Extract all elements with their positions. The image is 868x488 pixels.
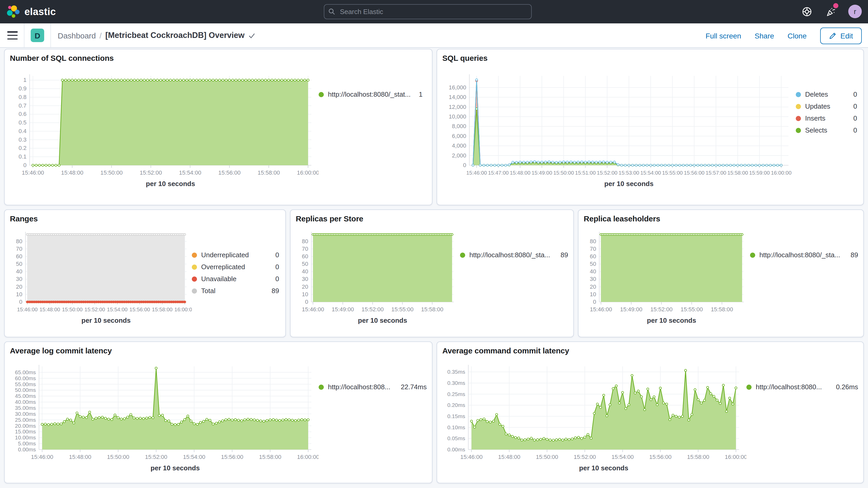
svg-text:15:58:00: 15:58:00 <box>687 454 710 460</box>
replica-leaseholders-chart: 0102030405060708015:46:0015:49:0015:52:0… <box>584 224 750 331</box>
legend-item[interactable]: Total89 <box>192 287 279 295</box>
avatar[interactable]: r <box>848 5 862 18</box>
legend-label: Updates <box>805 102 848 110</box>
toolbar-actions: Full screen Share Clone Edit <box>706 23 862 48</box>
help-button[interactable] <box>800 5 813 18</box>
legend-label: Deletes <box>805 90 848 98</box>
svg-text:per 10 seconds: per 10 seconds <box>151 464 199 472</box>
svg-text:15:52:00: 15:52:00 <box>145 454 167 460</box>
svg-text:60.00ms: 60.00ms <box>15 375 36 381</box>
chart-legend: http://localhost:8080/_stat...1 <box>319 63 423 199</box>
svg-text:15:58:00: 15:58:00 <box>152 307 173 312</box>
legend-dot-icon <box>319 92 324 97</box>
svg-text:15:54:00: 15:54:00 <box>179 170 202 176</box>
svg-text:80: 80 <box>590 238 596 245</box>
svg-text:0.6: 0.6 <box>19 111 27 117</box>
news-feed-button[interactable] <box>824 5 837 18</box>
legend-item[interactable]: http://localhost:8080/_sta...89 <box>750 251 858 259</box>
svg-text:15:54:00: 15:54:00 <box>183 454 205 460</box>
search-input[interactable] <box>339 7 527 16</box>
svg-text:15:46:00: 15:46:00 <box>31 454 53 460</box>
svg-text:15:49:00: 15:49:00 <box>620 306 643 313</box>
legend-value: 0 <box>854 102 857 110</box>
svg-text:30: 30 <box>590 276 596 282</box>
svg-text:0.7: 0.7 <box>19 102 27 109</box>
life-buoy-icon <box>801 6 812 17</box>
svg-text:15:55:00: 15:55:00 <box>392 306 414 313</box>
pencil-icon <box>829 32 836 39</box>
breadcrumb-dashboard-link[interactable]: Dashboard <box>58 31 96 40</box>
svg-text:0.4: 0.4 <box>19 128 27 134</box>
elastic-logo[interactable]: elastic <box>7 5 56 18</box>
svg-text:15:56:00: 15:56:00 <box>649 454 672 460</box>
panel-title: Number of SQL connections <box>10 54 427 62</box>
svg-text:80: 80 <box>302 238 308 245</box>
legend-item[interactable]: http://localhost:8080/_stat...1 <box>319 90 423 98</box>
svg-text:15:53:00: 15:53:00 <box>619 170 639 176</box>
svg-text:20: 20 <box>590 283 596 290</box>
svg-text:15:59:00: 15:59:00 <box>749 170 770 176</box>
share-button[interactable]: Share <box>755 31 774 40</box>
svg-text:40: 40 <box>302 268 308 275</box>
panel-command-commit-latency: Average command commit latency 0.00ms0.0… <box>437 341 864 483</box>
svg-text:0.9: 0.9 <box>19 85 27 92</box>
legend-item[interactable]: Selects0 <box>796 126 857 134</box>
svg-text:0.00ms: 0.00ms <box>447 447 465 452</box>
svg-text:15:55:00: 15:55:00 <box>662 170 683 176</box>
legend-item[interactable]: Inserts0 <box>796 114 857 122</box>
legend-dot-icon <box>796 116 801 121</box>
legend-label: Unavailable <box>201 275 270 283</box>
chart-legend: http://localhost:8080...0.26ms <box>746 356 858 481</box>
top-header-bar: elastic <box>0 0 868 23</box>
full-screen-button[interactable]: Full screen <box>706 31 741 40</box>
menu-button[interactable] <box>7 31 18 39</box>
legend-item[interactable]: http://localhost:808...22.74ms <box>319 383 427 391</box>
svg-text:15:51:00: 15:51:00 <box>575 170 596 176</box>
legend-value: 0 <box>276 263 279 271</box>
svg-text:15:52:00: 15:52:00 <box>597 170 618 176</box>
legend-item[interactable]: Updates0 <box>796 102 857 110</box>
svg-text:2,000: 2,000 <box>452 152 466 159</box>
legend-label: Selects <box>805 126 848 134</box>
breadcrumb-separator: / <box>99 31 102 40</box>
svg-text:70: 70 <box>302 246 308 252</box>
legend-value: 0 <box>854 126 857 134</box>
log-commit-latency-chart: 0.00ms5.00ms10.00ms15.00ms20.00ms25.00ms… <box>10 356 319 481</box>
title-check-icon[interactable] <box>249 32 255 39</box>
panel-title: Average command commit latency <box>442 346 858 355</box>
panel-sql-queries: SQL queries 02,0004,0006,0008,00010,0001… <box>437 49 864 205</box>
svg-text:30: 30 <box>16 276 22 282</box>
svg-text:65.00ms: 65.00ms <box>15 369 36 375</box>
app-badge-letter: D <box>35 31 40 40</box>
legend-value: 89 <box>272 287 279 295</box>
legend-dot-icon <box>796 104 801 109</box>
legend-label: http://localhost:808... <box>328 383 396 391</box>
clone-button[interactable]: Clone <box>788 31 807 40</box>
svg-text:45.00ms: 45.00ms <box>15 393 36 399</box>
svg-text:16,000: 16,000 <box>449 84 466 91</box>
legend-item[interactable]: Overreplicated0 <box>192 263 279 271</box>
svg-text:15:54:00: 15:54:00 <box>640 170 661 176</box>
svg-text:8,000: 8,000 <box>452 123 466 129</box>
svg-text:60: 60 <box>590 253 596 260</box>
legend-dot-icon <box>796 92 801 97</box>
legend-label: Total <box>201 287 267 295</box>
global-search[interactable] <box>324 4 532 19</box>
svg-text:1: 1 <box>23 77 27 83</box>
svg-text:0.30ms: 0.30ms <box>447 380 465 386</box>
legend-item[interactable]: Deletes0 <box>796 90 857 98</box>
legend-item[interactable]: Unavailable0 <box>192 275 279 283</box>
svg-text:15:56:00: 15:56:00 <box>684 170 704 176</box>
svg-text:60: 60 <box>16 253 22 260</box>
svg-text:20: 20 <box>302 283 308 290</box>
svg-text:70: 70 <box>16 246 22 252</box>
legend-item[interactable]: Underreplicated0 <box>192 251 279 259</box>
svg-text:0.2: 0.2 <box>19 145 27 151</box>
svg-text:15:46:00: 15:46:00 <box>17 307 38 312</box>
legend-item[interactable]: http://localhost:8080...0.26ms <box>746 383 858 391</box>
legend-item[interactable]: http://localhost:8080/_sta...89 <box>460 251 568 259</box>
svg-text:30: 30 <box>302 276 308 282</box>
dashboard-app-badge[interactable]: D <box>31 29 44 42</box>
edit-button[interactable]: Edit <box>820 27 862 44</box>
panel-replicas-per-store: Replicas per Store 0102030405060708015:4… <box>290 209 574 337</box>
